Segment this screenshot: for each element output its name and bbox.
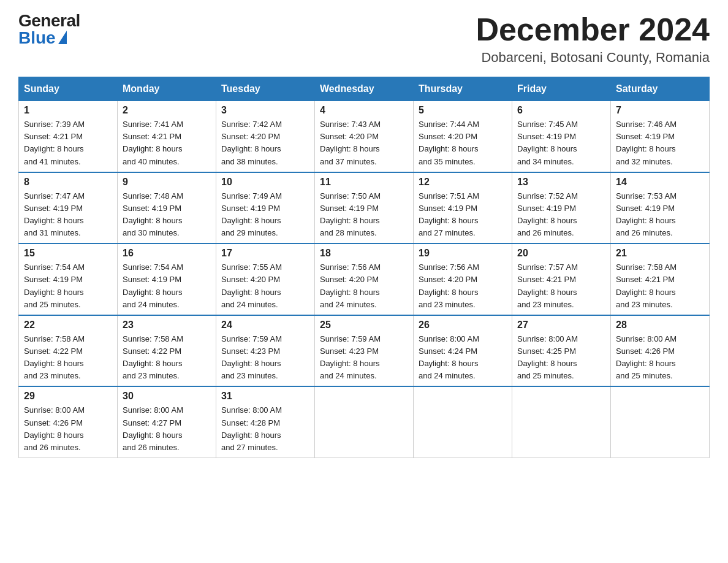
calendar-header-row: SundayMondayTuesdayWednesdayThursdayFrid… — [19, 77, 710, 101]
column-header-saturday: Saturday — [611, 77, 710, 101]
day-number: 24 — [221, 320, 309, 331]
calendar-day-cell: 10Sunrise: 7:49 AM Sunset: 4:19 PM Dayli… — [216, 172, 315, 244]
day-number: 6 — [517, 105, 605, 116]
day-info: Sunrise: 7:44 AM Sunset: 4:20 PM Dayligh… — [419, 118, 507, 168]
logo-blue-row: Blue — [18, 29, 67, 47]
column-header-tuesday: Tuesday — [216, 77, 315, 101]
day-number: 19 — [419, 248, 507, 259]
calendar-day-cell: 14Sunrise: 7:53 AM Sunset: 4:19 PM Dayli… — [611, 172, 710, 244]
day-number: 17 — [221, 248, 309, 259]
calendar-day-cell: 17Sunrise: 7:55 AM Sunset: 4:20 PM Dayli… — [216, 243, 315, 315]
calendar-day-cell — [414, 386, 512, 458]
day-info: Sunrise: 7:45 AM Sunset: 4:19 PM Dayligh… — [517, 118, 605, 168]
calendar-day-cell: 25Sunrise: 7:59 AM Sunset: 4:23 PM Dayli… — [315, 315, 414, 387]
day-info: Sunrise: 8:00 AM Sunset: 4:28 PM Dayligh… — [221, 404, 309, 454]
calendar-day-cell: 26Sunrise: 8:00 AM Sunset: 4:24 PM Dayli… — [414, 315, 512, 387]
day-info: Sunrise: 7:55 AM Sunset: 4:20 PM Dayligh… — [221, 261, 309, 311]
day-info: Sunrise: 7:54 AM Sunset: 4:19 PM Dayligh… — [123, 261, 211, 311]
calendar-day-cell: 30Sunrise: 8:00 AM Sunset: 4:27 PM Dayli… — [118, 386, 216, 458]
logo-triangle-icon — [58, 31, 67, 44]
location-title: Dobarceni, Botosani County, Romania — [476, 50, 710, 66]
day-number: 10 — [221, 177, 309, 188]
calendar-day-cell: 31Sunrise: 8:00 AM Sunset: 4:28 PM Dayli… — [216, 386, 315, 458]
calendar-day-cell: 4Sunrise: 7:43 AM Sunset: 4:20 PM Daylig… — [315, 101, 414, 172]
day-number: 28 — [616, 320, 704, 331]
day-info: Sunrise: 7:53 AM Sunset: 4:19 PM Dayligh… — [616, 190, 704, 240]
calendar-day-cell: 23Sunrise: 7:58 AM Sunset: 4:22 PM Dayli… — [118, 315, 216, 387]
day-info: Sunrise: 7:56 AM Sunset: 4:20 PM Dayligh… — [419, 261, 507, 311]
day-number: 8 — [24, 177, 112, 188]
logo-general-text: General — [18, 12, 80, 29]
calendar-day-cell: 11Sunrise: 7:50 AM Sunset: 4:19 PM Dayli… — [315, 172, 414, 244]
month-title: December 2024 — [476, 12, 710, 47]
day-number: 5 — [419, 105, 507, 116]
day-number: 14 — [616, 177, 704, 188]
day-info: Sunrise: 7:39 AM Sunset: 4:21 PM Dayligh… — [24, 118, 112, 168]
day-number: 27 — [517, 320, 605, 331]
calendar-day-cell: 15Sunrise: 7:54 AM Sunset: 4:19 PM Dayli… — [19, 243, 118, 315]
day-info: Sunrise: 7:59 AM Sunset: 4:23 PM Dayligh… — [320, 333, 408, 383]
column-header-monday: Monday — [118, 77, 216, 101]
calendar-day-cell: 3Sunrise: 7:42 AM Sunset: 4:20 PM Daylig… — [216, 101, 315, 172]
calendar-week-row: 22Sunrise: 7:58 AM Sunset: 4:22 PM Dayli… — [19, 315, 710, 387]
calendar-day-cell: 8Sunrise: 7:47 AM Sunset: 4:19 PM Daylig… — [19, 172, 118, 244]
calendar-day-cell: 2Sunrise: 7:41 AM Sunset: 4:21 PM Daylig… — [118, 101, 216, 172]
day-number: 9 — [123, 177, 211, 188]
day-info: Sunrise: 8:00 AM Sunset: 4:26 PM Dayligh… — [616, 333, 704, 383]
day-info: Sunrise: 7:48 AM Sunset: 4:19 PM Dayligh… — [123, 190, 211, 240]
calendar-day-cell: 21Sunrise: 7:58 AM Sunset: 4:21 PM Dayli… — [611, 243, 710, 315]
calendar-day-cell: 16Sunrise: 7:54 AM Sunset: 4:19 PM Dayli… — [118, 243, 216, 315]
calendar-day-cell: 5Sunrise: 7:44 AM Sunset: 4:20 PM Daylig… — [414, 101, 512, 172]
day-number: 3 — [221, 105, 309, 116]
title-block: December 2024 Dobarceni, Botosani County… — [476, 12, 710, 66]
day-number: 22 — [24, 320, 112, 331]
day-info: Sunrise: 7:42 AM Sunset: 4:20 PM Dayligh… — [221, 118, 309, 168]
day-info: Sunrise: 7:58 AM Sunset: 4:22 PM Dayligh… — [24, 333, 112, 383]
column-header-wednesday: Wednesday — [315, 77, 414, 101]
calendar-day-cell: 7Sunrise: 7:46 AM Sunset: 4:19 PM Daylig… — [611, 101, 710, 172]
calendar-day-cell: 22Sunrise: 7:58 AM Sunset: 4:22 PM Dayli… — [19, 315, 118, 387]
calendar-day-cell: 24Sunrise: 7:59 AM Sunset: 4:23 PM Dayli… — [216, 315, 315, 387]
day-number: 29 — [24, 391, 112, 402]
day-info: Sunrise: 7:59 AM Sunset: 4:23 PM Dayligh… — [221, 333, 309, 383]
day-info: Sunrise: 7:47 AM Sunset: 4:19 PM Dayligh… — [24, 190, 112, 240]
calendar-day-cell — [512, 386, 611, 458]
day-number: 7 — [616, 105, 704, 116]
day-info: Sunrise: 8:00 AM Sunset: 4:27 PM Dayligh… — [123, 404, 211, 454]
day-info: Sunrise: 7:57 AM Sunset: 4:21 PM Dayligh… — [517, 261, 605, 311]
calendar-week-row: 29Sunrise: 8:00 AM Sunset: 4:26 PM Dayli… — [19, 386, 710, 458]
calendar-day-cell: 9Sunrise: 7:48 AM Sunset: 4:19 PM Daylig… — [118, 172, 216, 244]
day-number: 31 — [221, 391, 309, 402]
day-number: 25 — [320, 320, 408, 331]
calendar-day-cell — [315, 386, 414, 458]
page-header: General Blue December 2024 Dobarceni, Bo… — [18, 12, 710, 66]
day-info: Sunrise: 8:00 AM Sunset: 4:26 PM Dayligh… — [24, 404, 112, 454]
day-info: Sunrise: 7:50 AM Sunset: 4:19 PM Dayligh… — [320, 190, 408, 240]
day-info: Sunrise: 7:52 AM Sunset: 4:19 PM Dayligh… — [517, 190, 605, 240]
day-info: Sunrise: 7:58 AM Sunset: 4:22 PM Dayligh… — [123, 333, 211, 383]
calendar-table: SundayMondayTuesdayWednesdayThursdayFrid… — [18, 77, 710, 458]
calendar-day-cell: 19Sunrise: 7:56 AM Sunset: 4:20 PM Dayli… — [414, 243, 512, 315]
day-info: Sunrise: 7:58 AM Sunset: 4:21 PM Dayligh… — [616, 261, 704, 311]
calendar-week-row: 1Sunrise: 7:39 AM Sunset: 4:21 PM Daylig… — [19, 101, 710, 172]
column-header-thursday: Thursday — [414, 77, 512, 101]
day-info: Sunrise: 7:56 AM Sunset: 4:20 PM Dayligh… — [320, 261, 408, 311]
calendar-day-cell: 12Sunrise: 7:51 AM Sunset: 4:19 PM Dayli… — [414, 172, 512, 244]
day-info: Sunrise: 8:00 AM Sunset: 4:24 PM Dayligh… — [419, 333, 507, 383]
day-info: Sunrise: 7:49 AM Sunset: 4:19 PM Dayligh… — [221, 190, 309, 240]
day-info: Sunrise: 7:43 AM Sunset: 4:20 PM Dayligh… — [320, 118, 408, 168]
day-number: 16 — [123, 248, 211, 259]
day-number: 26 — [419, 320, 507, 331]
day-number: 1 — [24, 105, 112, 116]
calendar-day-cell: 6Sunrise: 7:45 AM Sunset: 4:19 PM Daylig… — [512, 101, 611, 172]
day-number: 4 — [320, 105, 408, 116]
column-header-friday: Friday — [512, 77, 611, 101]
day-number: 2 — [123, 105, 211, 116]
calendar-week-row: 15Sunrise: 7:54 AM Sunset: 4:19 PM Dayli… — [19, 243, 710, 315]
day-info: Sunrise: 7:54 AM Sunset: 4:19 PM Dayligh… — [24, 261, 112, 311]
calendar-day-cell: 27Sunrise: 8:00 AM Sunset: 4:25 PM Dayli… — [512, 315, 611, 387]
day-info: Sunrise: 7:51 AM Sunset: 4:19 PM Dayligh… — [419, 190, 507, 240]
day-number: 12 — [419, 177, 507, 188]
logo-blue-text: Blue — [18, 29, 56, 47]
calendar-day-cell: 29Sunrise: 8:00 AM Sunset: 4:26 PM Dayli… — [19, 386, 118, 458]
